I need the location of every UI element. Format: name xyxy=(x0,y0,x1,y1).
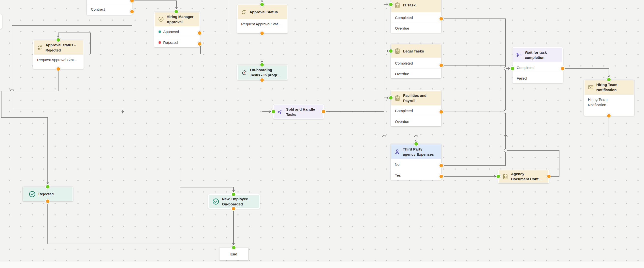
clipboard-icon xyxy=(394,95,401,101)
clipboard-icon xyxy=(502,173,508,180)
sync-icon xyxy=(241,9,247,15)
clipboard-icon xyxy=(394,2,401,8)
port-split-in[interactable] xyxy=(271,109,276,114)
port-thirdparty-yes-out[interactable] xyxy=(439,174,444,179)
port-end-in[interactable] xyxy=(231,245,236,250)
output-row-failed[interactable]: Failed xyxy=(513,73,562,83)
port-it-completed-out[interactable] xyxy=(439,16,444,21)
output-row-completed[interactable]: Completed xyxy=(391,105,441,116)
node-title: Facilities andPayroll xyxy=(403,93,426,103)
node-title: Approval status -Rejected xyxy=(46,42,76,53)
port-thirdparty-no-out[interactable] xyxy=(439,163,444,168)
port-facilities-completed-out[interactable] xyxy=(439,109,444,114)
envelope-icon xyxy=(588,84,594,90)
port-approval-status-out[interactable] xyxy=(260,31,264,36)
output-row-completed[interactable]: Completed xyxy=(391,12,441,23)
node-contract[interactable]: Contract xyxy=(87,0,132,15)
approved-bullet-icon xyxy=(158,31,161,33)
network-decision-icon xyxy=(394,149,400,155)
port-notification-out[interactable] xyxy=(606,113,611,118)
node-row[interactable]: Contract xyxy=(87,4,132,14)
check-circle-icon xyxy=(212,198,220,205)
port-agency-out[interactable] xyxy=(546,174,551,179)
node-title: On-boardingTasks - In progr... xyxy=(250,67,280,78)
port-rejected-in[interactable] xyxy=(45,184,50,189)
node-body-text[interactable]: Request Approval Stat... xyxy=(34,55,83,65)
node-split-and-handle-tasks[interactable]: Split and HandleTasks xyxy=(273,104,324,119)
output-row-completed[interactable]: Completed xyxy=(391,58,441,68)
check-circle-icon xyxy=(28,190,36,198)
output-row-rejected[interactable]: Rejected xyxy=(155,37,199,48)
port-facilities-in[interactable] xyxy=(388,95,393,100)
offscreen-node-fragment[interactable] xyxy=(0,14,2,29)
node-third-party-agency-expenses[interactable]: Third Partyagency Expenses No Yes xyxy=(390,144,441,180)
port-asr-out[interactable] xyxy=(56,67,61,71)
port-thirdparty-in[interactable] xyxy=(414,142,418,146)
node-agency-document-contract[interactable]: AgencyDocument Cont... xyxy=(498,170,549,183)
port-onboarding-out[interactable] xyxy=(260,78,264,82)
node-approval-status[interactable]: Approval Status Request Approval Stat... xyxy=(237,5,288,33)
port-hiring-manager-in[interactable] xyxy=(174,9,179,14)
sync-icon xyxy=(36,44,43,51)
node-title: End xyxy=(230,252,237,256)
node-title: IT Task xyxy=(403,3,416,8)
output-row-yes[interactable]: Yes xyxy=(391,170,441,180)
node-title: New EmployeeOn-boarded xyxy=(222,196,248,207)
port-legal-in[interactable] xyxy=(388,49,393,53)
port-wait-in[interactable] xyxy=(510,66,515,71)
node-legal-tasks[interactable]: Legal Tasks Completed Overdue xyxy=(391,44,441,78)
port-hm-rejected-out[interactable] xyxy=(197,41,202,46)
node-body-text[interactable]: Request Approval Stat... xyxy=(238,19,287,29)
stopwatch-icon xyxy=(241,69,248,76)
port-agency-in[interactable] xyxy=(496,174,501,179)
node-row[interactable] xyxy=(87,0,132,4)
port-rejected-out[interactable] xyxy=(45,199,50,204)
check-circle-icon xyxy=(158,16,164,22)
node-title: Approval Status xyxy=(250,9,278,15)
port-new-employee-in[interactable] xyxy=(231,192,236,197)
dot-grid-background xyxy=(0,0,644,261)
output-row-no[interactable]: No xyxy=(391,159,441,170)
clipboard-icon xyxy=(394,48,401,54)
node-title: Rejected xyxy=(38,191,54,197)
merge-icon xyxy=(516,52,522,58)
node-title: Hiring ManagerApproval xyxy=(167,14,194,24)
port-asr-in[interactable] xyxy=(56,37,61,42)
rejected-bullet-icon xyxy=(158,41,161,44)
node-title: Legal Tasks xyxy=(403,49,424,54)
node-hiring-manager-approval[interactable]: Hiring ManagerApproval Approved Rejected xyxy=(154,12,200,47)
node-title: Third Partyagency Expenses xyxy=(403,147,434,157)
port-split-out[interactable] xyxy=(321,109,326,114)
node-title: AgencyDocument Cont... xyxy=(511,171,542,182)
port-approved-out[interactable] xyxy=(197,31,202,36)
node-title: Wait for taskcompletion xyxy=(525,50,547,60)
port-onboarding-in[interactable] xyxy=(260,62,264,67)
node-hiring-team-notification[interactable]: Hiring TeamNotification Hiring TeamNotif… xyxy=(584,80,634,116)
node-title: Split and HandleTasks xyxy=(286,107,315,117)
output-row-completed[interactable]: Completed xyxy=(513,62,562,73)
output-row-overdue[interactable]: Overdue xyxy=(391,68,441,79)
port-contract-row2-out[interactable] xyxy=(130,9,134,14)
node-body-text[interactable]: Hiring TeamNotification xyxy=(584,94,634,110)
node-it-task[interactable]: IT Task Completed Overdue xyxy=(391,0,441,33)
split-icon xyxy=(277,109,284,115)
node-approval-status-rejected[interactable]: Approval status -Rejected Request Approv… xyxy=(33,40,84,69)
workflow-canvas[interactable]: Contract Hiring ManagerApproval Approved… xyxy=(0,0,644,268)
port-legal-completed-out[interactable] xyxy=(439,63,444,68)
port-wait-completed-out[interactable] xyxy=(560,66,565,71)
node-facilities-and-payroll[interactable]: Facilities andPayroll Completed Overdue xyxy=(391,90,441,126)
node-wait-for-task-completion[interactable]: Wait for taskcompletion Completed Failed xyxy=(512,47,563,83)
output-row-overdue[interactable]: Overdue xyxy=(391,23,441,33)
port-it-task-in[interactable] xyxy=(388,2,393,7)
output-row-overdue[interactable]: Overdue xyxy=(391,116,441,127)
canvas-bottom-strip xyxy=(0,261,644,268)
node-title: Hiring TeamNotification xyxy=(596,82,618,92)
port-approval-status-in[interactable] xyxy=(260,2,264,7)
output-row-approved[interactable]: Approved xyxy=(155,26,199,37)
port-notification-in[interactable] xyxy=(606,77,611,82)
port-new-employee-out[interactable] xyxy=(231,206,236,211)
